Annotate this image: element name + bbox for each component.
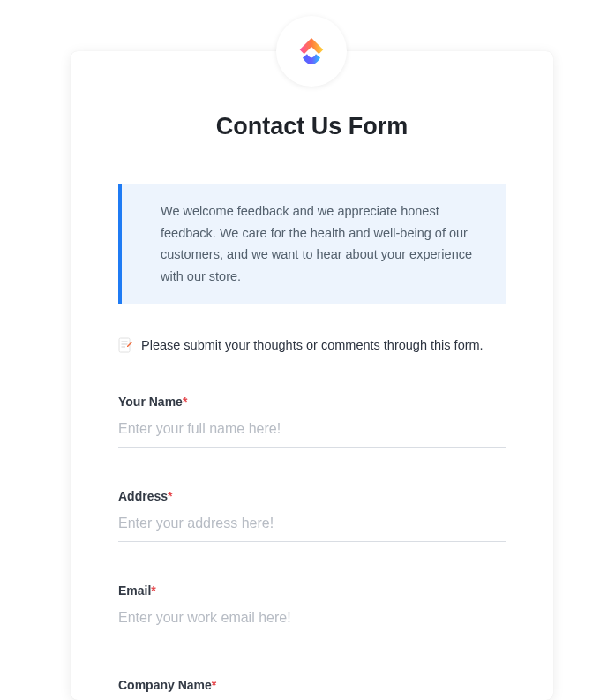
required-asterisk: *	[183, 395, 187, 409]
address-label: Address*	[118, 489, 172, 503]
field-company: Company Name*	[118, 677, 506, 700]
form-card: Contact Us Form We welcome feedback and …	[71, 51, 553, 700]
page-title: Contact Us Form	[71, 113, 553, 140]
company-label-text: Company Name	[118, 678, 212, 692]
company-input[interactable]	[118, 693, 506, 700]
name-label: Your Name*	[118, 395, 187, 409]
instruction-text: Please submit your thoughts or comments …	[141, 338, 484, 352]
address-input[interactable]	[118, 504, 506, 542]
required-asterisk: *	[151, 583, 155, 598]
welcome-banner: We welcome feedback and we appreciate ho…	[118, 184, 506, 304]
field-address: Address*	[118, 488, 506, 542]
company-label: Company Name*	[118, 678, 216, 692]
name-input[interactable]	[118, 410, 506, 448]
memo-icon	[118, 337, 132, 353]
instruction-row: Please submit your thoughts or comments …	[118, 337, 506, 353]
email-label-text: Email	[118, 583, 151, 598]
field-email: Email*	[118, 583, 506, 636]
logo-circle	[276, 16, 347, 87]
email-input[interactable]	[118, 598, 506, 636]
email-label: Email*	[118, 583, 156, 598]
name-label-text: Your Name	[118, 395, 183, 409]
address-label-text: Address	[118, 489, 168, 503]
clickup-logo-icon	[294, 34, 329, 69]
welcome-banner-text: We welcome feedback and we appreciate ho…	[161, 200, 479, 288]
required-asterisk: *	[168, 489, 172, 503]
required-asterisk: *	[212, 678, 216, 692]
field-name: Your Name*	[118, 394, 506, 448]
